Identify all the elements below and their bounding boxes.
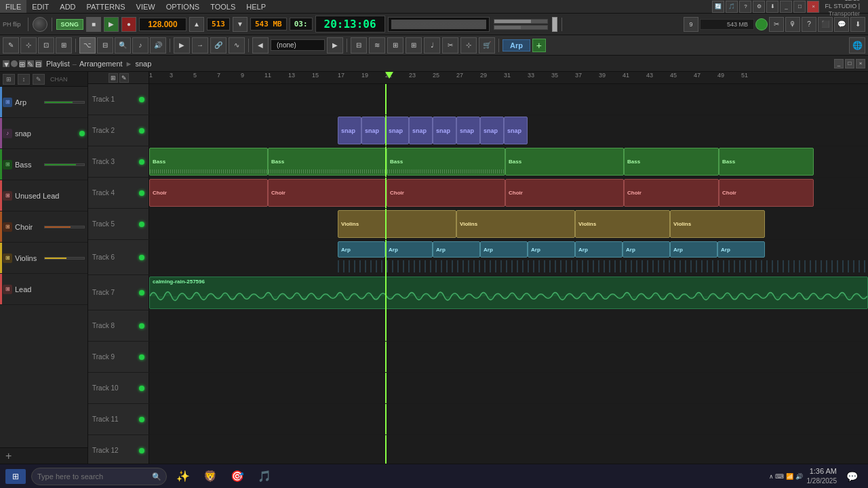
help-btn[interactable]: ? xyxy=(739,1,751,13)
choir-clip-6[interactable]: Choir xyxy=(719,179,814,207)
menu-add[interactable]: ADD xyxy=(54,0,81,13)
inst-btn[interactable]: ⊞ xyxy=(387,37,403,54)
cart-btn[interactable]: 🛒 xyxy=(479,37,495,54)
settings-btn[interactable]: ⚙ xyxy=(753,1,765,13)
sidebar-tool-draw[interactable]: ✎ xyxy=(33,74,45,85)
taskbar-icon-browser[interactable]: 🦁 xyxy=(199,466,221,487)
snap-clip-8[interactable]: snap xyxy=(504,117,528,144)
choir-clip-3[interactable]: Choir xyxy=(387,179,505,207)
min-btn[interactable]: _ xyxy=(780,1,792,13)
sidebar-tool-grid[interactable]: ⊞ xyxy=(3,74,15,85)
pl-pin[interactable] xyxy=(11,60,18,67)
link-btn[interactable]: 🔗 xyxy=(210,37,226,54)
audio-clip[interactable]: calming-rain-257596 xyxy=(149,277,868,309)
tool6[interactable]: ⬇ xyxy=(850,17,865,32)
master-knob[interactable] xyxy=(33,17,47,32)
search-input[interactable] xyxy=(31,468,167,485)
track-lane-12[interactable] xyxy=(149,435,868,464)
sidebar-item-choir[interactable]: ⊞ Choir xyxy=(0,211,87,243)
mixer-next[interactable]: ▶ xyxy=(327,37,343,54)
violins-clip-4[interactable]: Violins xyxy=(670,210,765,238)
draw-tool[interactable]: ✎ xyxy=(3,37,19,54)
choir-clip-4[interactable]: Choir xyxy=(505,179,624,207)
snap-clip-1[interactable]: snap xyxy=(338,117,361,144)
bpm-display[interactable]: 128.000 xyxy=(139,18,186,31)
step-btn[interactable]: ✂ xyxy=(442,37,458,54)
start-button[interactable]: ⊞ xyxy=(5,469,26,484)
track-lane-1[interactable] xyxy=(149,84,868,115)
track-lane-9[interactable] xyxy=(149,342,868,372)
tool2[interactable]: 🎙 xyxy=(785,17,800,32)
record-button[interactable]: ● xyxy=(121,17,136,32)
vol-btn[interactable]: 🔊 xyxy=(150,37,166,54)
bass-clip-4[interactable]: Bass xyxy=(505,148,624,176)
mute-btn[interactable]: ♪ xyxy=(132,37,149,54)
sidebar-item-violins[interactable]: ⊞ Violins xyxy=(0,243,87,274)
piano-btn[interactable]: ♩ xyxy=(424,37,440,54)
wave-btn[interactable]: ∿ xyxy=(229,37,245,54)
tray-icon3[interactable]: 📶 xyxy=(786,473,795,480)
step-up[interactable]: ▲ xyxy=(189,17,204,32)
pl-max-btn[interactable]: □ xyxy=(845,59,854,68)
playlist-btn[interactable]: ▶ xyxy=(174,37,190,54)
bass-clip-2[interactable]: Bass xyxy=(268,148,387,176)
arp-clip-6[interactable]: Arp xyxy=(575,241,623,258)
snap-clip-6[interactable]: snap xyxy=(456,117,480,144)
track-lane-6[interactable]: Arp Arp Arp Arp Arp Arp Arp Arp Arp xyxy=(149,240,868,275)
arrow-btn[interactable]: → xyxy=(192,37,208,54)
tool3[interactable]: ? xyxy=(802,17,816,32)
track-lane-8[interactable] xyxy=(149,310,868,341)
taskbar-icon-star[interactable]: ✨ xyxy=(172,466,194,487)
choir-clip-1[interactable]: Choir xyxy=(149,179,268,207)
taskbar-icon-app2[interactable]: 🎵 xyxy=(254,466,275,487)
menu-edit[interactable]: EDIT xyxy=(26,0,54,13)
arp-clip-5[interactable]: Arp xyxy=(528,241,575,258)
select-tool[interactable]: ⊹ xyxy=(20,37,37,54)
mixer-prev[interactable]: ◀ xyxy=(252,37,269,54)
bass-clip-3[interactable]: Bass xyxy=(387,148,505,176)
add-arp-btn[interactable]: + xyxy=(532,39,546,52)
tray-icon4[interactable]: 🔊 xyxy=(795,473,803,480)
download-btn[interactable]: ⬇ xyxy=(766,1,778,13)
mixer-btn2[interactable]: ⊞ xyxy=(406,37,422,54)
sidebar-item-snap[interactable]: ♪ snap xyxy=(0,118,87,149)
sidebar-item-arp[interactable]: ⊞ Arp xyxy=(0,87,87,118)
snap-clip-2[interactable]: snap xyxy=(361,117,385,144)
bass-clip-1[interactable]: Bass xyxy=(149,148,268,176)
eq-btn[interactable]: ⊟ xyxy=(351,37,367,54)
track-lane-5[interactable]: Violins Violins Violins Violins xyxy=(149,209,868,239)
arp-clip-2[interactable]: Arp xyxy=(385,241,433,258)
cpu-btn[interactable]: 🔄 xyxy=(712,1,724,13)
track-lane-7[interactable]: calming-rain-257596 xyxy=(149,275,868,310)
tracks-container[interactable]: Track 1 Track 2 snap snap xyxy=(88,84,868,464)
menu-file[interactable]: FILE xyxy=(0,0,26,13)
menu-tools[interactable]: TOOLS xyxy=(205,0,241,13)
track-lane-2[interactable]: snap snap snap snap snap snap snap snap xyxy=(149,115,868,146)
pl-extra[interactable]: ⊟ xyxy=(35,60,42,67)
tool5[interactable]: 💬 xyxy=(834,17,849,32)
song-button[interactable]: SONG xyxy=(56,19,84,30)
step-down[interactable]: ▼ xyxy=(233,17,248,32)
snap-clip-7[interactable]: snap xyxy=(480,117,504,144)
track-lane-4[interactable]: Choir Choir Choir Choir Choir Choir xyxy=(149,178,868,208)
taskbar-icon-app1[interactable]: 🎯 xyxy=(226,466,248,487)
violins-clip-1[interactable]: Violins xyxy=(338,210,456,238)
erase-tool[interactable]: ⊡ xyxy=(38,37,54,54)
cut-tool[interactable]: ⊞ xyxy=(56,37,72,54)
add-track-btn[interactable]: + xyxy=(0,447,87,464)
tray-icon2[interactable]: ⌨ xyxy=(775,473,786,480)
zoom-in-btn[interactable]: 🌐 xyxy=(849,37,865,54)
max-btn[interactable]: □ xyxy=(793,1,806,13)
menu-help[interactable]: HELP xyxy=(241,0,271,13)
snap-clip-5[interactable]: snap xyxy=(433,117,456,144)
tool1[interactable]: ✂ xyxy=(769,17,784,32)
sidebar-item-unused-lead[interactable]: ⊞ Unused Lead xyxy=(0,180,87,211)
menu-options[interactable]: OPTIONS xyxy=(161,0,205,13)
arp-clip-3[interactable]: Arp xyxy=(433,241,480,258)
sidebar-item-lead[interactable]: ⊞ Lead xyxy=(0,274,87,305)
pl-close-btn[interactable]: × xyxy=(856,59,865,68)
sidebar-item-bass[interactable]: ⊞ Bass xyxy=(0,149,87,180)
bass-clip-5[interactable]: Bass xyxy=(624,148,719,176)
arp-clip-9[interactable]: Arp xyxy=(717,241,765,258)
bass-clip-6[interactable]: Bass xyxy=(719,148,814,176)
